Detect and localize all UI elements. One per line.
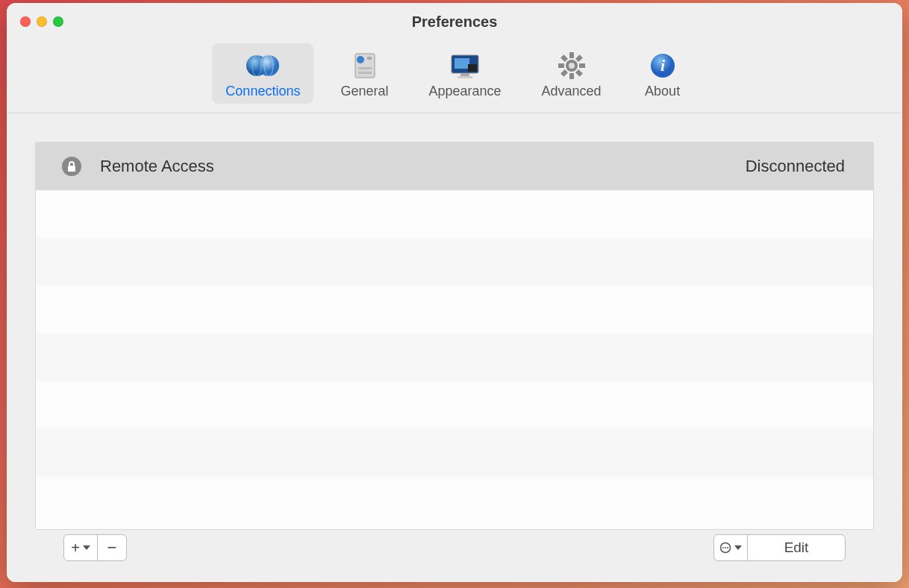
svg-point-23 (569, 63, 575, 69)
chevron-down-icon (83, 545, 90, 550)
appearance-icon (444, 49, 486, 82)
svg-rect-15 (569, 52, 574, 58)
svg-rect-16 (569, 73, 574, 79)
chevron-down-icon (734, 545, 742, 550)
preferences-window: Preferences Connections (7, 3, 902, 582)
svg-rect-20 (560, 69, 568, 77)
content-area: Remote Access Disconnected + − (7, 113, 902, 582)
minimize-button[interactable] (37, 16, 47, 27)
table-row[interactable] (36, 190, 873, 238)
plus-icon: + (71, 539, 80, 557)
add-remove-group: + − (63, 534, 127, 561)
bottom-bar: + − Edit (35, 530, 874, 582)
tab-label: About (645, 84, 680, 99)
lock-icon (62, 157, 81, 176)
svg-rect-7 (358, 67, 372, 69)
minus-icon: − (107, 538, 117, 557)
tab-label: Connections (225, 84, 300, 99)
about-icon: i (642, 49, 684, 82)
svg-rect-11 (468, 64, 477, 72)
ellipsis-icon (719, 542, 731, 554)
action-edit-group: Edit (713, 534, 846, 561)
svg-rect-26 (68, 166, 75, 172)
edit-label: Edit (784, 539, 809, 556)
table-row[interactable] (36, 429, 873, 477)
table-row[interactable] (36, 334, 873, 381)
table-row[interactable]: Remote Access Disconnected (36, 143, 873, 190)
edit-button[interactable]: Edit (747, 534, 846, 561)
window-title: Preferences (7, 13, 902, 31)
tab-appearance[interactable]: Appearance (415, 43, 514, 104)
connections-icon (242, 49, 284, 82)
svg-rect-12 (460, 73, 469, 76)
svg-point-29 (725, 547, 726, 548)
general-icon (343, 49, 385, 82)
titlebar[interactable]: Preferences (7, 3, 902, 40)
close-button[interactable] (20, 16, 31, 27)
tab-connections[interactable]: Connections (212, 43, 313, 104)
table-row[interactable] (36, 286, 873, 334)
lock-cell (57, 157, 87, 176)
connection-name: Remote Access (87, 157, 746, 176)
table-row[interactable] (36, 477, 873, 492)
advanced-icon (551, 49, 593, 82)
tab-about[interactable]: i About (628, 43, 697, 104)
svg-rect-18 (579, 63, 585, 68)
svg-rect-6 (367, 57, 372, 60)
tab-label: Advanced (542, 84, 602, 99)
svg-rect-19 (575, 54, 583, 62)
traffic-lights (20, 16, 63, 27)
svg-rect-8 (358, 72, 372, 74)
tab-label: General (340, 84, 388, 99)
tab-advanced[interactable]: Advanced (528, 43, 615, 104)
table-row[interactable] (36, 238, 873, 286)
zoom-button[interactable] (53, 16, 63, 27)
svg-rect-10 (454, 58, 469, 69)
connection-status: Disconnected (746, 157, 845, 176)
table-row[interactable] (36, 381, 873, 429)
connections-table[interactable]: Remote Access Disconnected (35, 142, 874, 530)
remove-connection-button[interactable]: − (97, 534, 127, 561)
svg-rect-17 (558, 63, 564, 68)
svg-rect-21 (560, 54, 568, 62)
tab-general[interactable]: General (327, 43, 402, 104)
svg-point-5 (357, 56, 364, 63)
svg-rect-22 (575, 69, 583, 77)
tab-label: Appearance (428, 84, 501, 99)
toolbar: Connections General (7, 40, 902, 113)
svg-point-30 (727, 547, 728, 548)
svg-rect-13 (457, 76, 472, 78)
svg-text:i: i (660, 56, 666, 75)
action-menu-button[interactable] (713, 534, 748, 561)
add-connection-button[interactable]: + (63, 534, 98, 561)
svg-point-28 (722, 547, 724, 548)
